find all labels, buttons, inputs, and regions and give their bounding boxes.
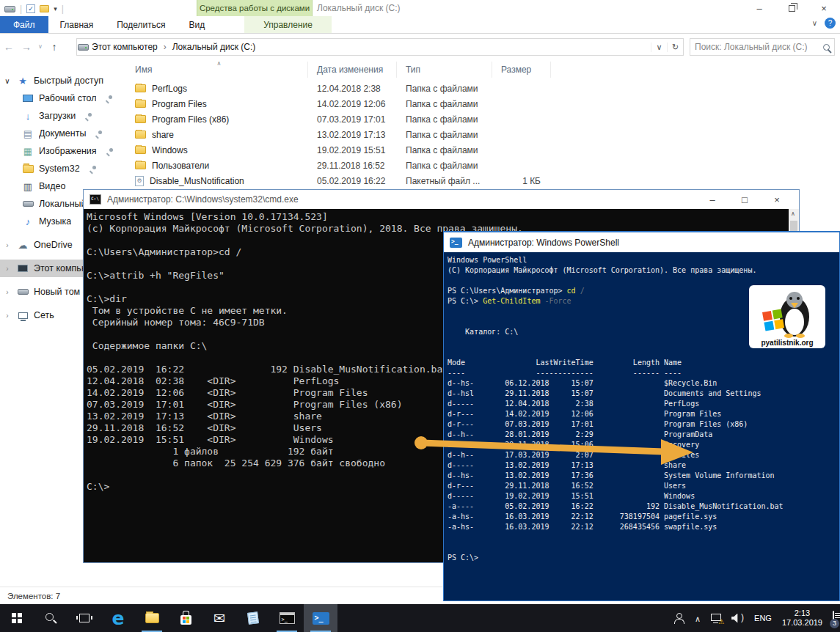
tray-chevron-up-icon[interactable]: [695, 611, 701, 625]
tab-Файл[interactable]: Файл: [0, 16, 48, 33]
action-center-button[interactable]: 3: [833, 611, 834, 625]
sidebar-item-System32[interactable]: System32: [0, 160, 126, 177]
customize-caret-icon[interactable]: ▾: [54, 5, 57, 12]
notepad-button[interactable]: [236, 604, 270, 632]
ps-line: d--hs- 13.02.2019 17:36 System Volume In…: [448, 471, 839, 481]
start-button[interactable]: [0, 604, 34, 632]
drive-icon[interactable]: [4, 6, 15, 12]
star-icon: [18, 76, 27, 87]
cmd-close-button[interactable]: ×: [761, 190, 793, 209]
address-bar[interactable]: Этот компьютер›Локальный диск (C:) ∨ ↻: [76, 38, 684, 56]
cmd-maximize-button[interactable]: □: [728, 190, 761, 209]
new-folder-icon[interactable]: [40, 5, 49, 12]
folder-icon: [135, 146, 146, 154]
file-date: 19.02.2019 15:51: [308, 145, 397, 155]
tab-Управление[interactable]: Управление: [244, 16, 332, 33]
ps-line: d----- 12.04.2018 2:38 PerfLogs: [448, 399, 839, 409]
sidebar-item-Изображения[interactable]: Изображения: [0, 142, 126, 160]
down-icon: [26, 111, 31, 122]
sidebar-item-label: Изображения: [39, 146, 97, 156]
chevron-right-icon[interactable]: ›: [3, 288, 12, 296]
task-view-button[interactable]: [67, 604, 101, 632]
column-header-Дата изменения[interactable]: Дата изменения: [308, 62, 397, 78]
file-explorer-button[interactable]: [135, 604, 169, 632]
ps-line: ---- ------------- ------ ----: [448, 368, 839, 378]
edge-button[interactable]: [101, 604, 135, 632]
sidebar-item-label: Быстрый доступ: [34, 76, 103, 86]
mail-button[interactable]: [202, 604, 236, 632]
breadcrumb: Этот компьютер›Локальный диск (C:): [89, 42, 258, 52]
cmd-minimize-button[interactable]: –: [696, 190, 728, 209]
file-row-Disable_MusNotification[interactable]: Disable_MusNotification05.02.2019 16:22П…: [126, 173, 840, 188]
ps-line: [448, 543, 839, 553]
cmd-titlebar[interactable]: Администратор: C:\Windows\system32\cmd.e…: [84, 190, 799, 209]
ribbon-collapse-icon[interactable]: ∨: [812, 19, 817, 27]
history-caret-icon[interactable]: ∨: [35, 43, 45, 50]
folder-icon: [135, 84, 146, 92]
powershell-icon: [450, 238, 462, 248]
file-type: Пакетный файл ...: [397, 176, 492, 186]
ps-line: d----- 19.02.2019 15:51 Windows: [448, 491, 839, 501]
file-date: 05.02.2019 16:22: [308, 176, 397, 186]
breadcrumb-item[interactable]: Локальный диск (C:): [172, 42, 256, 52]
forward-button[interactable]: →: [18, 41, 35, 53]
file-row-Windows[interactable]: Windows19.02.2019 15:51Папка с файлами: [126, 142, 840, 158]
chevron-right-icon[interactable]: ›: [3, 312, 12, 320]
file-row-share[interactable]: share13.02.2019 17:13Папка с файлами: [126, 127, 840, 142]
network-warning-icon[interactable]: [711, 614, 721, 621]
ps-line: PS C:\>: [448, 553, 839, 563]
music-icon: [26, 216, 31, 227]
close-button[interactable]: ×: [808, 0, 840, 16]
sidebar-item-Загрузки[interactable]: Загрузки: [0, 107, 126, 125]
notification-badge: 3: [830, 619, 839, 628]
volume-icon[interactable]: [731, 614, 744, 623]
item-count: Элементов: 7: [7, 592, 60, 600]
chevron-down-icon[interactable]: ∨: [3, 77, 12, 85]
search-input[interactable]: Поиск: Локальный диск (C:): [690, 38, 835, 56]
column-header-Размер[interactable]: Размер: [492, 62, 551, 78]
tab-Поделиться[interactable]: Поделиться: [105, 16, 177, 33]
refresh-icon[interactable]: ↻: [667, 43, 683, 52]
minimize-button[interactable]: –: [743, 0, 775, 16]
ps-line: -a---- 05.02.2019 16:22 192 Disable_MusN…: [448, 501, 839, 512]
tab-Вид[interactable]: Вид: [177, 16, 216, 33]
contextual-tab-group[interactable]: Средства работы с дисками: [197, 0, 313, 16]
ps-line: -a-hs- 16.03.2019 22:12 738197504 pagefi…: [448, 512, 839, 522]
sidebar-item-label: Рабочий стол: [39, 93, 96, 103]
file-row-Program Files[interactable]: Program Files14.02.2019 12:06Папка с фай…: [126, 96, 840, 111]
sidebar-item-Рабочий стол[interactable]: Рабочий стол: [0, 89, 126, 107]
store-button[interactable]: [169, 604, 202, 632]
breadcrumb-item[interactable]: Этот компьютер: [92, 42, 158, 52]
address-dropdown-icon[interactable]: ∨: [651, 43, 667, 52]
file-list: PerfLogs12.04.2018 2:38Папка с файламиPr…: [126, 81, 840, 188]
pin-icon: [106, 95, 113, 102]
help-icon[interactable]: ?: [825, 18, 836, 29]
language-indicator[interactable]: ENG: [754, 614, 772, 622]
clock-date: 17.03.2019: [782, 618, 822, 628]
properties-check-icon[interactable]: ✓: [26, 4, 35, 13]
file-date: 29.11.2018 16:52: [308, 161, 397, 171]
cmd-button[interactable]: [270, 604, 304, 632]
column-header-Тип[interactable]: Тип: [397, 62, 492, 78]
tab-Главная[interactable]: Главная: [48, 16, 106, 33]
file-row-PerfLogs[interactable]: PerfLogs12.04.2018 2:38Папка с файлами: [126, 81, 840, 96]
search-icon: [823, 44, 830, 51]
back-button[interactable]: ←: [0, 41, 18, 53]
powershell-titlebar[interactable]: Администратор: Windows PowerShell: [444, 232, 839, 252]
pic-icon: [23, 146, 32, 157]
restore-button[interactable]: [775, 0, 808, 16]
people-icon[interactable]: [673, 613, 684, 623]
chevron-right-icon[interactable]: ›: [3, 265, 12, 273]
sidebar-item-Документы[interactable]: Документы: [0, 125, 126, 142]
ps-line: d-r--- 07.03.2019 17:01 Program Files (x…: [448, 419, 839, 430]
clock[interactable]: 2:13 17.03.2019: [782, 609, 822, 628]
powershell-button[interactable]: [304, 604, 337, 632]
chevron-right-icon[interactable]: ›: [3, 241, 12, 249]
up-button[interactable]: ↑: [45, 41, 63, 53]
column-header-Имя[interactable]: Имя∧: [126, 62, 308, 78]
cmd-icon: [280, 612, 295, 624]
file-row-Program Files (x86)[interactable]: Program Files (x86)07.03.2019 17:01Папка…: [126, 111, 840, 127]
taskbar-search-button[interactable]: [34, 604, 67, 632]
file-row-Пользователи[interactable]: Пользователи29.11.2018 16:52Папка с файл…: [126, 158, 840, 173]
sidebar-item-Быстрый доступ[interactable]: ∨Быстрый доступ: [0, 72, 126, 89]
